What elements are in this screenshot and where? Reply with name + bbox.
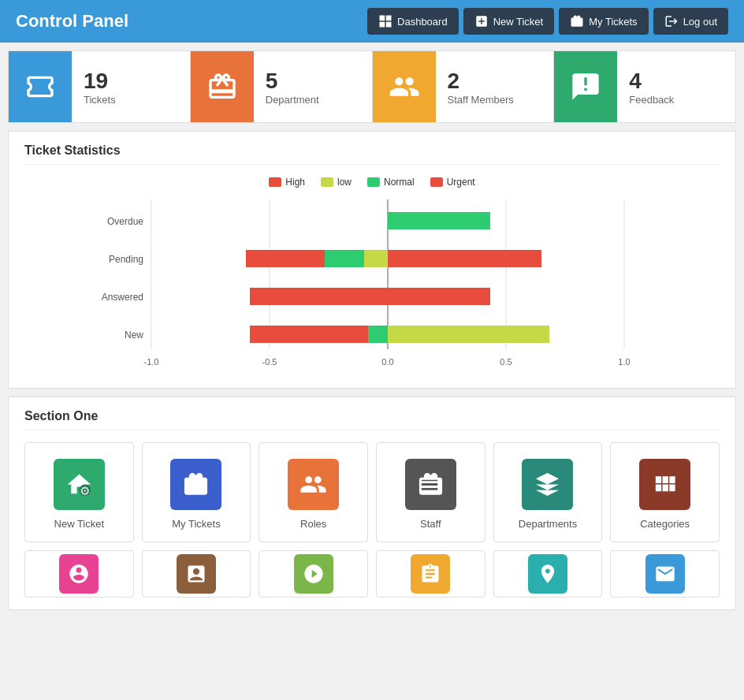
chart-svg: -1.0 -0.5 0.0 0.5 1.0 Overdue Pending An…	[80, 199, 712, 373]
ticket-statistics-title: Ticket Statistics	[24, 143, 720, 165]
staff-info: 2 Staff Members	[436, 61, 526, 114]
svg-text:1.0: 1.0	[618, 357, 630, 367]
feedback-label: Feedback	[629, 94, 674, 106]
my-tickets-nav-icon	[570, 14, 584, 28]
my-tickets-label: My Tickets	[589, 16, 637, 28]
svg-text:-0.5: -0.5	[262, 357, 277, 367]
bottom-svg-5	[654, 563, 676, 585]
stat-department[interactable]: 5 Department	[191, 51, 373, 122]
new-ticket-nav-icon	[474, 14, 489, 28]
legend-high: High	[269, 177, 305, 188]
bottom-item-5[interactable]	[610, 550, 720, 598]
svg-rect-26	[368, 326, 388, 343]
roles-grid-icon	[299, 471, 327, 498]
legend-normal: Normal	[367, 177, 415, 188]
nav-bar: Dashboard New Ticket My Tickets Log out	[367, 8, 728, 35]
departments-grid-icon-bg	[522, 459, 573, 510]
stat-staff[interactable]: 2 Staff Members	[373, 51, 555, 122]
feedback-icon	[570, 71, 601, 102]
tickets-label: Tickets	[84, 94, 116, 106]
bottom-item-0[interactable]	[24, 550, 134, 598]
bottom-icon-0	[59, 554, 99, 594]
grid-item-staff[interactable]: Staff	[376, 442, 485, 542]
new-ticket-button[interactable]: New Ticket	[463, 8, 555, 35]
grid-item-categories[interactable]: Categories	[610, 442, 720, 542]
tickets-icon-bg	[9, 51, 72, 122]
bottom-svg-2	[303, 563, 325, 585]
svg-text:New: New	[125, 330, 143, 341]
svg-rect-0	[380, 16, 385, 21]
my-tickets-button[interactable]: My Tickets	[559, 8, 648, 35]
bottom-item-4[interactable]	[493, 550, 603, 598]
svg-text:⚙: ⚙	[80, 485, 90, 497]
svg-rect-3	[386, 22, 392, 28]
roles-grid-label: Roles	[300, 518, 326, 530]
stat-feedback[interactable]: 4 Feedback	[554, 51, 735, 122]
svg-rect-28	[388, 326, 549, 343]
chart-svg-wrapper: -1.0 -0.5 0.0 0.5 1.0 Overdue Pending An…	[24, 199, 720, 376]
svg-rect-22	[364, 250, 388, 267]
bottom-item-3[interactable]	[376, 550, 485, 598]
bottom-item-2[interactable]	[259, 550, 368, 598]
stats-row: 19 Tickets 5 Department 2 Staff Members …	[8, 50, 736, 123]
categories-grid-label: Categories	[640, 518, 690, 530]
grid-item-new-ticket[interactable]: ⚙ New Ticket	[24, 442, 134, 542]
svg-rect-2	[380, 22, 385, 28]
staff-grid-label: Staff	[420, 518, 441, 530]
legend-urgent: Urgent	[430, 177, 475, 188]
app-title: Control Panel	[16, 11, 128, 32]
svg-rect-24	[250, 288, 388, 305]
stat-tickets[interactable]: 19 Tickets	[9, 51, 191, 122]
svg-text:Pending: Pending	[109, 254, 143, 265]
new-ticket-grid-icon-bg: ⚙	[54, 459, 105, 510]
bottom-icon-2	[294, 554, 333, 594]
feedback-number: 4	[629, 69, 674, 94]
legend-normal-color	[367, 177, 380, 187]
my-tickets-grid-icon	[182, 471, 210, 498]
bottom-svg-1	[185, 563, 207, 585]
logout-button[interactable]: Log out	[653, 8, 728, 35]
my-tickets-grid-label: My Tickets	[172, 518, 220, 530]
bottom-svg-0	[68, 563, 90, 585]
staff-number: 2	[448, 69, 514, 94]
dashboard-button[interactable]: Dashboard	[367, 8, 459, 35]
bottom-item-1[interactable]	[142, 550, 251, 598]
grid-item-my-tickets[interactable]: My Tickets	[142, 442, 251, 542]
legend-low: low	[321, 177, 352, 188]
tickets-info: 19 Tickets	[72, 61, 128, 114]
svg-text:0.0: 0.0	[381, 357, 393, 367]
department-label: Department	[266, 94, 319, 106]
staff-grid-icon	[417, 471, 445, 498]
department-icon-bg	[191, 51, 254, 122]
chart-legend: High low Normal Urgent	[24, 177, 720, 188]
grid-item-departments[interactable]: Departments	[493, 442, 603, 542]
categories-grid-icon-bg	[639, 459, 690, 510]
legend-low-label: low	[337, 177, 352, 188]
staff-members-icon	[389, 71, 420, 102]
departments-grid-icon	[534, 471, 561, 498]
legend-urgent-label: Urgent	[447, 177, 475, 188]
bottom-icon-5	[645, 554, 685, 594]
bottom-svg-4	[537, 563, 559, 585]
roles-grid-icon-bg	[288, 459, 339, 510]
logout-label: Log out	[683, 16, 717, 28]
dashboard-icon	[378, 14, 392, 28]
tickets-icon	[24, 71, 56, 102]
staff-label: Staff Members	[448, 94, 514, 106]
logout-icon	[664, 14, 679, 28]
svg-rect-19	[388, 212, 490, 229]
svg-rect-27	[250, 326, 368, 343]
svg-rect-25	[388, 288, 490, 305]
bottom-svg-3	[419, 563, 441, 585]
section-one-title: Section One	[24, 409, 720, 430]
section-one-grid: ⚙ New Ticket My Tickets Roles Staff	[24, 442, 720, 542]
grid-item-roles[interactable]: Roles	[259, 442, 368, 542]
feedback-icon-bg	[554, 51, 617, 122]
svg-rect-23	[388, 250, 541, 267]
ticket-statistics-section: Ticket Statistics High low Normal Urgent	[8, 131, 736, 389]
svg-rect-20	[246, 250, 325, 267]
dashboard-label: Dashboard	[397, 16, 448, 28]
svg-rect-1	[386, 16, 392, 21]
staff-grid-icon-bg	[405, 459, 456, 510]
svg-rect-21	[325, 250, 364, 267]
